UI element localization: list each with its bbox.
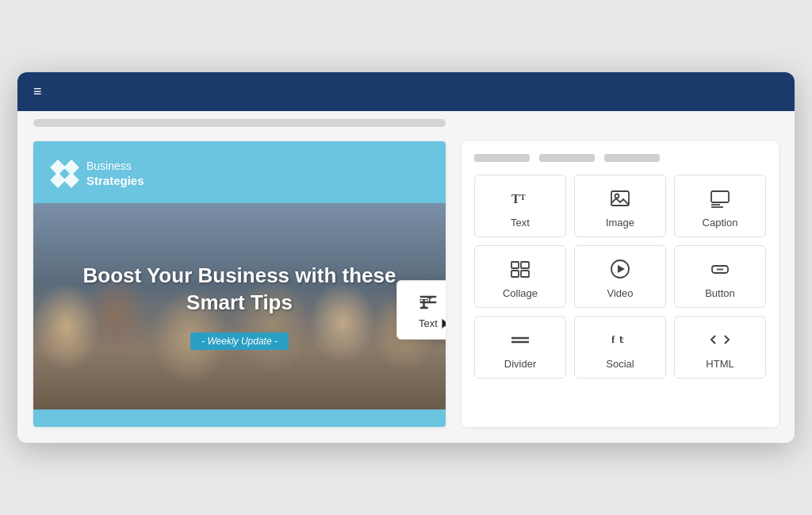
widget-video-label: Video [607, 287, 633, 299]
address-bar[interactable] [33, 119, 446, 127]
widget-html-label: HTML [706, 358, 733, 370]
widget-video[interactable]: Video [574, 245, 666, 308]
social-widget-icon: f 𝕥 [609, 328, 631, 352]
widget-text[interactable]: T T Text [474, 175, 566, 237]
widget-html[interactable]: HTML [674, 316, 766, 379]
svg-rect-9 [511, 262, 519, 268]
text-tooltip: T T Text [396, 280, 446, 340]
hero-title: Boost Your Business with these Smart Tip… [65, 263, 414, 317]
browser-body: Business Strategies Boost Your Business … [17, 111, 795, 443]
logo-company: Business [86, 159, 144, 173]
svg-marker-14 [618, 265, 625, 273]
widget-text-label: Text [511, 217, 530, 229]
weekly-badge: - Weekly Update - [190, 332, 289, 350]
widget-social-label: Social [606, 358, 634, 370]
browser-chrome: ≡ [17, 72, 795, 111]
caption-widget-icon [709, 186, 731, 210]
widget-collage[interactable]: Collage [474, 245, 566, 308]
panel-tab-2[interactable] [539, 154, 595, 162]
button-widget-icon [709, 257, 731, 281]
widget-caption[interactable]: Caption [674, 175, 766, 237]
menu-icon[interactable]: ≡ [33, 83, 44, 100]
diamond-4 [63, 172, 79, 188]
logo-text: Business Strategies [86, 159, 144, 189]
svg-point-5 [615, 194, 619, 198]
svg-text:𝕥: 𝕥 [619, 335, 624, 344]
hero-text: Boost Your Business with these Smart Tip… [33, 263, 446, 350]
panel-tabs [474, 154, 766, 162]
cursor-icon [440, 317, 446, 332]
svg-text:T: T [511, 192, 520, 206]
logo-tagline: Strategies [86, 173, 144, 189]
widget-social[interactable]: f 𝕥 Social [574, 316, 666, 379]
email-preview: Business Strategies Boost Your Business … [33, 141, 446, 427]
html-widget-icon [709, 328, 731, 352]
svg-text:T: T [427, 297, 433, 305]
widget-button[interactable]: Button [674, 245, 766, 308]
widget-collage-label: Collage [503, 287, 538, 299]
svg-rect-4 [611, 191, 629, 206]
image-widget-icon [609, 186, 631, 210]
logo-diamonds [52, 162, 77, 186]
video-widget-icon [609, 257, 631, 281]
address-bar-area [17, 111, 795, 133]
svg-rect-11 [511, 271, 519, 277]
widget-button-label: Button [705, 287, 735, 299]
widget-image[interactable]: Image [574, 175, 666, 237]
tooltip-text-icon: T T [417, 290, 439, 314]
svg-rect-10 [521, 262, 529, 268]
text-widget-icon: T T [509, 186, 531, 210]
divider-widget-icon [509, 328, 531, 352]
svg-text:f: f [611, 333, 615, 345]
panel-tab-1[interactable] [474, 154, 530, 162]
svg-text:T: T [520, 193, 526, 202]
tooltip-label: Text [419, 317, 438, 329]
collage-widget-icon [509, 257, 531, 281]
widget-divider[interactable]: Divider [474, 316, 566, 379]
widget-grid: T T Text [474, 175, 766, 379]
widget-panel: T T Text [462, 141, 779, 427]
panel-tab-3[interactable] [604, 154, 660, 162]
widget-image-label: Image [606, 217, 634, 229]
email-header: Business Strategies [33, 141, 446, 203]
svg-rect-12 [521, 271, 529, 277]
widget-caption-label: Caption [703, 217, 738, 229]
email-footer-strip [33, 409, 446, 427]
email-hero: Boost Your Business with these Smart Tip… [33, 203, 446, 409]
browser-window: ≡ [17, 72, 795, 443]
widget-divider-label: Divider [504, 358, 536, 370]
svg-rect-6 [711, 191, 729, 202]
content-area: Business Strategies Boost Your Business … [17, 133, 795, 443]
